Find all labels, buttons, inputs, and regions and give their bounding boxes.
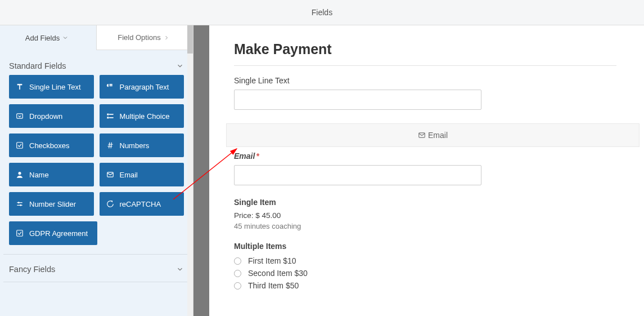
single-item-label: Single Item <box>234 198 616 207</box>
field-name[interactable]: Name <box>9 163 94 186</box>
section-standard-fields[interactable]: Standard Fields <box>0 50 193 75</box>
tab-field-options[interactable]: Field Options <box>96 25 193 50</box>
check-square-icon <box>16 229 24 237</box>
preview-field-single-line[interactable]: Single Line Text <box>234 76 616 110</box>
svg-rect-0 <box>17 114 23 118</box>
multiple-items-label: Multiple Items <box>234 242 616 251</box>
svg-rect-2 <box>109 114 113 115</box>
field-number-slider[interactable]: Number Slider <box>9 192 94 216</box>
sidebar-scrollbar-thumb[interactable] <box>187 25 193 54</box>
tab-add-fields-label: Add Fields <box>25 34 60 42</box>
radio-icon <box>234 270 241 277</box>
preview-field-email[interactable]: Email* <box>234 152 616 185</box>
email-input[interactable] <box>234 165 481 185</box>
svg-point-9 <box>20 204 21 206</box>
tab-field-options-label: Field Options <box>118 33 161 42</box>
user-icon <box>16 171 24 179</box>
section-standard-label: Standard Fields <box>9 61 66 70</box>
chevron-down-icon <box>176 62 184 70</box>
svg-rect-1 <box>107 114 108 115</box>
svg-rect-10 <box>17 230 23 237</box>
svg-rect-3 <box>107 117 108 118</box>
tab-add-fields[interactable]: Add Fields <box>0 25 96 50</box>
single-item-price: Price: $ 45.00 <box>234 211 616 220</box>
email-drop-placeholder[interactable]: Email <box>226 123 640 147</box>
panel-divider <box>193 25 209 316</box>
preview-field-multiple-items[interactable]: Multiple Items First Item $10 Second Ite… <box>234 242 616 290</box>
svg-point-8 <box>18 202 19 203</box>
radio-option[interactable]: First Item $10 <box>234 256 616 265</box>
form-title: Make Payment <box>234 41 616 66</box>
hash-icon <box>106 141 114 149</box>
sliders-icon <box>16 200 24 208</box>
radio-icon <box>234 257 241 265</box>
email-label: Email* <box>234 152 616 161</box>
checkbox-icon <box>16 141 24 149</box>
single-line-label: Single Line Text <box>234 76 616 85</box>
field-paragraph-text[interactable]: Paragraph Text <box>100 75 184 99</box>
field-checkboxes[interactable]: Checkboxes <box>9 133 94 157</box>
chevron-down-icon <box>62 34 69 41</box>
preview-field-single-item[interactable]: Single Item Price: $ 45.00 45 minutes co… <box>234 198 616 230</box>
radio-icon <box>234 282 241 290</box>
sidebar-scrollbar-track[interactable] <box>187 25 193 316</box>
svg-rect-5 <box>17 143 23 149</box>
field-dropdown[interactable]: Dropdown <box>9 104 94 128</box>
single-line-input[interactable] <box>234 90 481 110</box>
radio-option[interactable]: Second Item $30 <box>234 269 616 278</box>
section-fancy-label: Fancy Fields <box>9 265 55 274</box>
svg-rect-4 <box>109 117 113 118</box>
field-single-line-text[interactable]: Single Line Text <box>9 75 94 99</box>
field-recaptcha[interactable]: reCAPTCHA <box>100 192 184 216</box>
svg-point-6 <box>19 172 21 175</box>
envelope-icon <box>106 171 114 179</box>
required-asterisk: * <box>256 152 259 161</box>
fields-sidebar: Add Fields Field Options Standard Fields… <box>0 25 193 316</box>
single-item-desc: 45 minutes coaching <box>234 222 616 230</box>
field-gdpr-agreement[interactable]: GDPR Agreement <box>9 221 97 245</box>
paragraph-icon <box>106 83 114 91</box>
dropdown-icon <box>16 112 24 120</box>
section-fancy-fields[interactable]: Fancy Fields <box>3 255 190 282</box>
list-icon <box>106 112 114 120</box>
radio-option[interactable]: Third Item $50 <box>234 281 616 290</box>
google-icon <box>106 200 114 208</box>
text-icon <box>16 83 24 91</box>
envelope-icon <box>418 131 426 139</box>
chevron-right-icon <box>163 34 170 41</box>
chevron-down-icon <box>176 265 184 273</box>
page-title: Fields <box>0 0 644 25</box>
form-preview: Make Payment Single Line Text Email Emai… <box>209 25 644 316</box>
field-numbers[interactable]: Numbers <box>100 133 184 157</box>
field-email[interactable]: Email <box>100 163 184 186</box>
field-multiple-choice[interactable]: Multiple Choice <box>100 104 184 128</box>
